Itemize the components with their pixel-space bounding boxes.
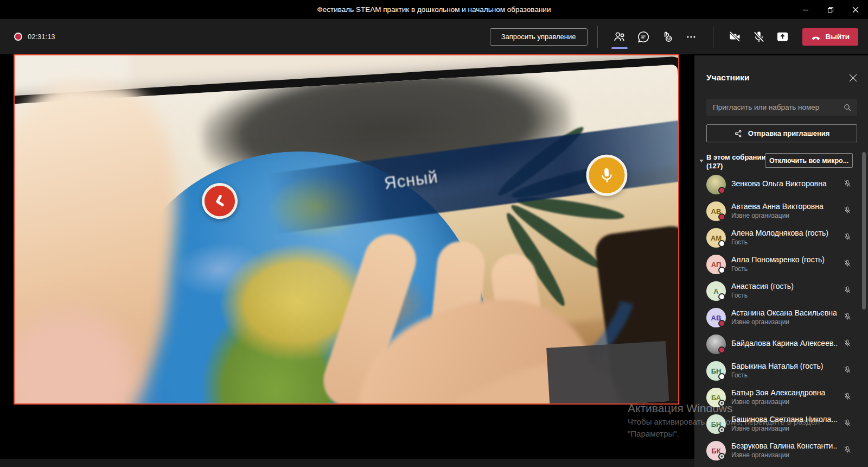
participant-row[interactable]: Зенкова Ольга Викторовна (694, 172, 868, 198)
active-tab-underline (611, 47, 628, 49)
ar-weather-label: Ясный (383, 167, 439, 194)
presence-badge (718, 267, 725, 274)
participant-name: Барыкина Наталья (гость) (731, 362, 838, 370)
participant-name: Батыр Зоя Александровна (731, 388, 838, 397)
request-control-button[interactable]: Запросить управление (490, 28, 588, 46)
stage: Ясный Для за Валерия (Globen) (гост (0, 54, 694, 467)
chevron-left-icon (211, 193, 228, 210)
chat-button[interactable] (631, 25, 655, 49)
reactions-icon (660, 30, 674, 44)
mic-muted-icon[interactable] (843, 259, 852, 270)
share-invite-icon (734, 129, 743, 138)
panel-title: Участники (706, 73, 750, 83)
chevron-down-icon[interactable] (699, 160, 704, 162)
participant-row[interactable]: АВАстанина Оксана ВасильевнаИзвне органи… (694, 305, 868, 331)
presence-badge (718, 240, 725, 247)
send-invite-button[interactable]: Отправка приглашения (706, 124, 857, 142)
mic-toggle-button[interactable] (747, 25, 771, 49)
mic-muted-icon[interactable] (843, 232, 852, 243)
participant-row[interactable]: АМАлена Молоднякова (гость)Гость (694, 225, 868, 251)
title-bar: Фестиваль STEAM практик в дошкольном и н… (0, 0, 868, 19)
participant-row[interactable]: ААнастасия (гость)Гость (694, 278, 868, 305)
participant-subtitle: Извне организации (731, 212, 838, 219)
participant-list: Зенкова Ольга ВикторовнаАВАвтаева Анна В… (694, 172, 868, 464)
mic-muted-icon[interactable] (843, 312, 852, 323)
participant-row[interactable]: БНБарыкина Наталья (гость)Гость (694, 358, 868, 384)
participant-subtitle: Гость (731, 238, 838, 246)
participant-row[interactable]: Байдалова Карина Алексеев... (694, 331, 868, 358)
share-screen-button[interactable] (771, 25, 795, 49)
maximize-button[interactable] (818, 0, 843, 19)
recording-indicator: 02:31:13 (14, 19, 55, 54)
mic-muted-icon[interactable] (843, 419, 852, 430)
participant-name: Безрукова Галина Константи... (731, 441, 838, 450)
presence-badge (718, 187, 725, 194)
participant-name: Байдалова Карина Алексеев... (731, 339, 838, 348)
recording-time: 02:31:13 (28, 33, 55, 41)
close-button[interactable] (843, 0, 868, 19)
participant-subtitle: Гость (731, 265, 838, 273)
participant-row[interactable]: БНБашинова Светлана Никола...Извне орган… (694, 411, 868, 438)
search-icon (843, 103, 852, 112)
mic-muted-icon[interactable] (843, 445, 852, 456)
mic-muted-icon[interactable] (843, 206, 852, 217)
mic-muted-icon[interactable] (843, 392, 852, 403)
participants-icon (612, 30, 627, 44)
send-invite-label: Отправка приглашения (748, 129, 830, 137)
participant-name: Астанина Оксана Васильевна (731, 308, 838, 317)
camera-off-icon (727, 29, 742, 44)
leave-label: Выйти (826, 33, 850, 41)
presence-badge (718, 373, 725, 380)
presence-badge (718, 426, 725, 433)
toolbar-divider (597, 26, 598, 48)
minimize-button[interactable] (793, 0, 818, 19)
mic-off-icon (752, 30, 766, 44)
participant-row[interactable]: АВАвтаева Анна ВикторовнаИзвне организац… (694, 198, 868, 225)
mic-muted-icon[interactable] (843, 365, 852, 376)
participant-subtitle: Извне организации (731, 451, 838, 459)
toolbar-divider (713, 26, 713, 48)
section-label: В этом собрании (127) (706, 153, 766, 171)
participant-name: Анастасия (гость) (731, 282, 838, 291)
presence-badge (718, 400, 725, 407)
recording-icon (14, 33, 22, 41)
section-header: В этом собрании (127) Отключить все микр… (694, 152, 868, 174)
search-input[interactable] (712, 103, 839, 112)
more-options-button[interactable] (679, 25, 703, 49)
participant-row[interactable]: АПАлла Пономаренко (гость)Гость (694, 251, 868, 278)
presence-badge (718, 453, 725, 460)
reactions-button[interactable] (655, 25, 679, 49)
presence-badge (718, 213, 725, 220)
presence-badge (718, 320, 725, 327)
participant-subtitle: Гость (731, 292, 838, 299)
participant-row[interactable]: БКБезрукова Галина Константи...Извне орг… (694, 438, 868, 464)
main-video[interactable]: Ясный Для за Валерия (Globen) (гост (14, 54, 679, 405)
close-panel-icon[interactable] (849, 74, 857, 82)
participants-panel: Участники Отправка приглашения В этом со… (694, 55, 868, 467)
chat-icon (636, 30, 650, 44)
window-title: Фестиваль STEAM практик в дошкольном и н… (0, 0, 868, 19)
participant-name: Башинова Светлана Никола... (731, 415, 838, 424)
participant-name: Зенкова Ольга Викторовна (731, 179, 838, 188)
share-screen-icon (775, 29, 790, 44)
scrollbar-thumb[interactable] (862, 152, 866, 310)
camera-toggle-button[interactable] (723, 25, 747, 49)
mic-icon (597, 166, 616, 185)
participant-subtitle: Гость (731, 371, 838, 379)
participant-name: Алла Пономаренко (гость) (731, 255, 838, 264)
window-controls (793, 0, 868, 19)
invite-search-box[interactable] (706, 99, 857, 116)
hangup-icon (811, 32, 821, 42)
participant-row[interactable]: БАБатыр Зоя АлександровнаИзвне организац… (694, 384, 868, 411)
mic-muted-icon[interactable] (843, 339, 852, 350)
mic-muted-icon[interactable] (843, 286, 852, 296)
participants-button[interactable] (608, 25, 631, 49)
more-icon (685, 30, 698, 43)
meeting-toolbar: 02:31:13 Запросить управление (0, 19, 868, 54)
participant-subtitle: Извне организации (731, 398, 838, 406)
presence-badge (718, 293, 725, 300)
mic-muted-icon[interactable] (843, 179, 852, 190)
leave-button[interactable]: Выйти (802, 28, 859, 46)
mute-all-button[interactable]: Отключить все микро... (765, 153, 853, 168)
teams-meeting-window: Фестиваль STEAM практик в дошкольном и н… (0, 0, 868, 467)
